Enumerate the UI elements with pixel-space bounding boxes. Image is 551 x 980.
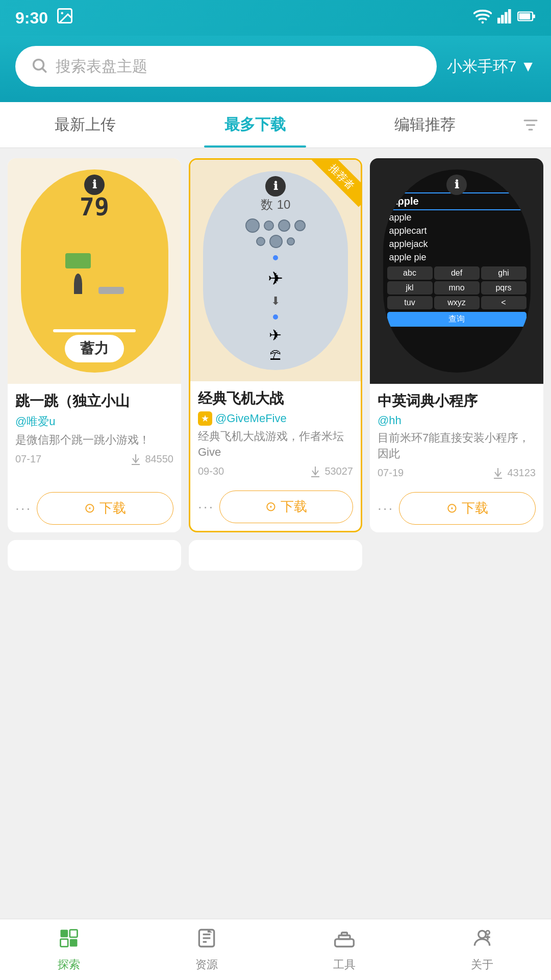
nav-tools[interactable]: 工具 [276, 919, 413, 980]
tab-most-downloaded[interactable]: 最多下载 [170, 102, 340, 148]
card-jump-meta: 07-17 84550 [15, 453, 173, 465]
svg-rect-6 [508, 9, 511, 23]
dict-result-1: apple [387, 212, 527, 224]
dict-key-def[interactable]: def [434, 266, 480, 280]
download-circle-icon-1: ⊙ [84, 500, 95, 516]
svg-rect-18 [61, 930, 68, 938]
nav-explore[interactable]: 探索 [0, 919, 138, 980]
nav-about-label: 关于 [471, 957, 493, 972]
tabs-bar: 最新上传 最多下载 编辑推荐 [0, 102, 551, 148]
card-airplane-date: 09-30 [198, 465, 224, 477]
tools-icon [333, 927, 356, 954]
card-dict-title: 中英词典小程序 [378, 391, 536, 411]
wf-parachute: ⛱ [270, 349, 281, 362]
info-badge-3[interactable]: ℹ [446, 175, 467, 195]
dict-key-wxyz[interactable]: wxyz [434, 296, 480, 309]
nav-resources[interactable]: 资源 [138, 919, 276, 980]
wifi-icon [473, 9, 492, 28]
status-right [473, 9, 536, 28]
header: 搜索表盘主题 小米手环7 ▼ [0, 36, 551, 102]
partial-card-3 [370, 540, 543, 571]
wf-jump-score: 79 [80, 192, 109, 221]
card-jump-download[interactable]: ⊙ 下载 [37, 492, 173, 525]
bottom-nav: 探索 资源 工具 关于 [0, 919, 551, 980]
card-airplane-download[interactable]: ⊙ 下载 [219, 491, 353, 523]
wf-progress [53, 329, 135, 332]
search-icon [31, 57, 48, 76]
card-airplane-image: 推荐者 ℹ 数10 [190, 160, 361, 381]
dict-key-tuv[interactable]: tuv [387, 296, 433, 309]
svg-point-30 [486, 930, 489, 934]
dict-key-abc[interactable]: abc [387, 266, 433, 280]
image-icon [56, 7, 74, 29]
card-dict-desc: 目前米环7能直接安装小程序，因此 [378, 430, 536, 462]
info-badge-2[interactable]: ℹ [265, 176, 286, 197]
wf-enemy-plane: ✈ [269, 326, 282, 344]
card-airplane-actions: ··· ⊙ 下载 [190, 485, 361, 531]
resources-icon [195, 927, 218, 954]
svg-rect-28 [342, 933, 347, 936]
partial-row [8, 540, 543, 571]
wf-player-plane: ✈ [268, 268, 283, 289]
svg-point-2 [482, 21, 484, 23]
dict-result-3: applejack [387, 238, 527, 250]
card-airplane-author: ★ @GiveMeFive [198, 411, 353, 426]
card-jump-downloads: 84550 [130, 453, 173, 465]
tab-editor-pick[interactable]: 编辑推荐 [340, 102, 510, 148]
card-jump-more[interactable]: ··· [15, 500, 32, 517]
card-airplane-more[interactable]: ··· [198, 499, 214, 515]
dict-key-back[interactable]: < [481, 296, 527, 309]
card-dict-actions: ··· ⊙ 下载 [370, 487, 543, 532]
battery-icon [517, 9, 536, 28]
about-icon [471, 927, 493, 954]
svg-rect-8 [519, 13, 531, 19]
svg-rect-20 [61, 939, 68, 947]
card-airplane-body: 经典飞机大战 ★ @GiveMeFive 经典飞机大战游戏，作者米坛Give 0… [190, 381, 361, 485]
dict-key-jkl[interactable]: jkl [387, 281, 433, 295]
wf-down-arrows: ⬇ [271, 295, 280, 308]
dropdown-arrow-icon: ▼ [520, 58, 536, 75]
card-dict-date: 07-19 [378, 467, 404, 479]
nav-explore-label: 探索 [58, 957, 80, 972]
tab-newest[interactable]: 最新上传 [0, 102, 170, 148]
watchface-jump: ℹ 79 [21, 169, 168, 373]
svg-point-29 [479, 930, 486, 938]
card-dict-download[interactable]: ⊙ 下载 [399, 492, 536, 525]
card-dict-author: @hh [378, 414, 536, 427]
dict-key-mno[interactable]: mno [434, 281, 480, 295]
card-jump-actions: ··· ⊙ 下载 [8, 487, 181, 532]
signal-icon [497, 9, 512, 28]
wf-platform-top [65, 253, 91, 268]
search-bar[interactable]: 搜索表盘主题 [15, 46, 437, 87]
nav-about[interactable]: 关于 [413, 919, 551, 980]
filter-button[interactable] [510, 116, 551, 134]
card-dict: ℹ apple apple applecart applejack apple … [370, 158, 543, 532]
info-badge-1[interactable]: ℹ [84, 175, 105, 195]
dict-key-pqrs[interactable]: pqrs [481, 281, 527, 295]
card-jump-title: 跳一跳（独立小山 [15, 391, 173, 411]
card-airplane-meta: 09-30 53027 [198, 465, 353, 478]
dict-query-button[interactable]: 查询 [387, 312, 527, 327]
dict-result-2: applecart [387, 225, 527, 237]
device-label: 小米手环7 [447, 56, 517, 77]
wf-dict-content: apple apple applecart applejack apple pi… [383, 169, 531, 373]
wf-airplane-score: 数10 [261, 197, 291, 213]
card-jump: ℹ 79 [8, 158, 181, 532]
device-selector[interactable]: 小米手环7 ▼ [447, 56, 536, 77]
search-placeholder: 搜索表盘主题 [56, 56, 147, 77]
card-airplane-downloads: 53027 [309, 465, 353, 478]
wf-airplane-scene [245, 218, 306, 248]
card-dict-more[interactable]: ··· [378, 500, 394, 517]
svg-point-1 [61, 12, 64, 15]
card-airplane: 推荐者 ℹ 数10 [189, 158, 362, 532]
star-badge: ★ [198, 411, 212, 426]
card-jump-desc: 是微信那个跳一跳小游戏！ [15, 432, 173, 448]
svg-rect-9 [533, 14, 535, 18]
dict-key-ghi[interactable]: ghi [481, 266, 527, 280]
partial-card-1 [8, 540, 181, 571]
card-jump-image: ℹ 79 [8, 158, 181, 384]
wf-blue-dot-top [273, 255, 278, 260]
status-bar: 9:30 [0, 0, 551, 36]
content-area: ℹ 79 [0, 148, 551, 581]
dict-keyboard: abc def ghi jkl mno pqrs tuv wxyz < 查询 [387, 266, 527, 327]
